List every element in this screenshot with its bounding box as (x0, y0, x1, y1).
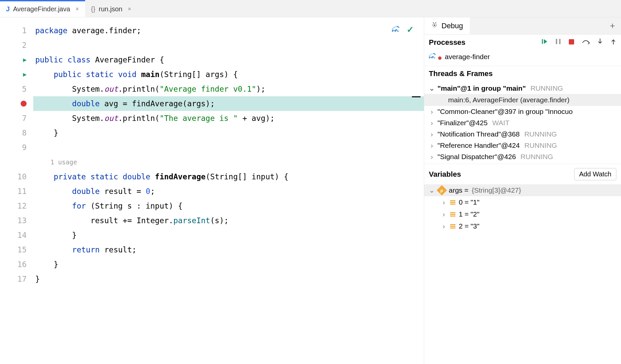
variables-tree: ⌄pargs = {String[3]@427}›0 = "1"›1 = "2"… (424, 184, 621, 232)
gutter-line[interactable]: ▶ (0, 52, 27, 67)
add-watch-button[interactable]: Add Watch (574, 168, 616, 180)
chevron-down-icon[interactable]: ⌄ (429, 186, 435, 194)
pause-icon[interactable] (555, 38, 561, 47)
debug-tab[interactable]: Debug (424, 17, 470, 34)
code-line[interactable] (33, 140, 424, 155)
gutter-line[interactable]: 1 (0, 23, 27, 38)
process-row[interactable]: average-finder (424, 50, 621, 66)
svg-rect-2 (542, 39, 543, 44)
usage-hint[interactable]: 1 usage (33, 155, 424, 169)
code-line[interactable]: for (String s : input) { (33, 199, 424, 213)
run-gutter-icon[interactable]: ▶ (23, 67, 27, 82)
close-icon[interactable]: × (128, 6, 131, 13)
editor-tabbar: J AverageFinder.java × {} run.json × (0, 0, 621, 17)
breakpoint-icon[interactable] (21, 101, 27, 107)
variable-row[interactable]: ›0 = "1" (424, 196, 621, 208)
tab-label: run.json (99, 5, 122, 13)
variable-row[interactable]: ⌄pargs = {String[3]@427} (424, 184, 621, 196)
gutter-line[interactable]: 2 (0, 38, 27, 52)
gutter-line[interactable]: 9 (0, 140, 27, 155)
json-file-icon: {} (91, 5, 95, 13)
thread-row[interactable]: ›"Common-Cleaner"@397 in group "Innocuo (424, 106, 621, 117)
step-over-icon[interactable] (582, 38, 590, 47)
processes-title: Processes (429, 38, 465, 47)
tab-label: AverageFinder.java (13, 5, 70, 13)
code-line[interactable]: } (33, 257, 424, 272)
variables-header: Variables Add Watch (424, 164, 621, 184)
gutter-line[interactable]: 16 (0, 257, 27, 272)
thread-row[interactable]: ›"Notification Thread"@368RUNNING (424, 129, 621, 140)
process-name: average-finder (445, 53, 490, 61)
variable-row[interactable]: ›2 = "3" (424, 220, 621, 232)
gutter-line[interactable]: 10 (0, 169, 27, 184)
code-line[interactable]: System.out.println("The average is " + a… (33, 111, 424, 126)
chevron-down-icon[interactable]: ⌄ (429, 84, 435, 92)
chevron-right-icon[interactable]: › (429, 130, 435, 138)
code-line[interactable]: return result; (33, 242, 424, 257)
variables-title: Variables (429, 170, 461, 179)
debug-tabbar: Debug + (424, 17, 621, 35)
gutter-line[interactable]: 5 (0, 82, 27, 96)
gutter-line[interactable]: 14 (0, 228, 27, 242)
gutter-line[interactable]: 7 (0, 111, 27, 126)
chevron-right-icon[interactable]: › (441, 222, 447, 230)
step-out-icon[interactable] (610, 38, 616, 47)
exec-line-marker (412, 96, 421, 97)
thread-label: "Common-Cleaner"@397 in group "Innocuo (437, 108, 573, 116)
code-line[interactable]: } (33, 272, 424, 286)
variable-row[interactable]: ›1 = "2" (424, 208, 621, 220)
code-line[interactable]: System.out.println("Average finder v0.1"… (33, 82, 424, 96)
gutter-line[interactable]: 8 (0, 126, 27, 140)
debug-panel: Debug + Processes (424, 17, 621, 364)
gutter-line[interactable]: 11 (0, 184, 27, 199)
editor-pane[interactable]: ✓ 12▶▶5789 1011121314151617package avera… (0, 17, 424, 364)
thread-row[interactable]: ›"Reference Handler"@424RUNNING (424, 140, 621, 151)
code-line[interactable]: double avg = findAverage(args); (33, 96, 424, 111)
gutter-line[interactable]: 12 (0, 199, 27, 213)
gutter-line[interactable]: 13 (0, 213, 27, 228)
code-line[interactable]: package average.finder; (33, 23, 424, 38)
code-line[interactable]: double result = 0; (33, 184, 424, 199)
chevron-right-icon[interactable]: › (429, 108, 435, 116)
processes-header: Processes (424, 35, 621, 50)
step-into-icon[interactable] (597, 38, 603, 47)
thread-row[interactable]: ›"Signal Dispatcher"@426RUNNING (424, 151, 621, 162)
debug-tab-label: Debug (441, 22, 463, 30)
code-line[interactable] (33, 38, 424, 52)
add-debug-tab-icon[interactable]: + (604, 17, 621, 34)
threads-title: Threads & Frames (429, 69, 493, 78)
tab-runjson[interactable]: {} run.json × (85, 0, 137, 17)
chevron-right-icon[interactable]: › (429, 153, 435, 161)
thread-status: WAIT (492, 119, 510, 127)
thread-row[interactable]: ⌄"main"@1 in group "main"RUNNING (424, 83, 621, 94)
chevron-right-icon[interactable]: › (441, 198, 447, 206)
chevron-right-icon[interactable]: › (429, 141, 435, 149)
gutter-line[interactable]: 17 (0, 272, 27, 286)
variable-name: 0 = "1" (459, 198, 479, 206)
stop-icon[interactable] (568, 38, 574, 47)
chevron-right-icon[interactable]: › (441, 210, 447, 218)
run-gutter-icon[interactable]: ▶ (23, 52, 27, 67)
variable-value: {String[3]@427} (472, 186, 521, 194)
threads-list: ⌄"main"@1 in group "main"RUNNINGmain:6, … (424, 81, 621, 164)
gutter-line[interactable] (0, 96, 27, 111)
array-element-icon (450, 200, 455, 205)
tab-averagefinder[interactable]: J AverageFinder.java × (0, 0, 85, 17)
stack-frame[interactable]: main:6, AverageFinder (average.finder) (424, 94, 621, 106)
code-line[interactable]: result += Integer.parseInt(s); (33, 213, 424, 228)
code-line[interactable]: public static void main(String[] args) { (33, 67, 424, 82)
gutter-line[interactable]: 15 (0, 242, 27, 257)
code-line[interactable]: public class AverageFinder { (33, 52, 424, 67)
thread-row[interactable]: ›"Finalizer"@425WAIT (424, 117, 621, 129)
thread-status: RUNNING (525, 141, 557, 149)
chevron-right-icon[interactable]: › (429, 119, 435, 127)
gradle-icon (429, 52, 437, 61)
code-line[interactable]: private static double findAverage(String… (33, 169, 424, 184)
resume-icon[interactable] (541, 38, 548, 47)
code-line[interactable]: } (33, 228, 424, 242)
close-icon[interactable]: × (75, 6, 79, 13)
code-line[interactable]: } (33, 126, 424, 140)
thread-label: "Notification Thread"@368 (437, 130, 520, 138)
gutter-line[interactable]: ▶ (0, 67, 27, 82)
variable-name: 2 = "3" (459, 222, 479, 230)
